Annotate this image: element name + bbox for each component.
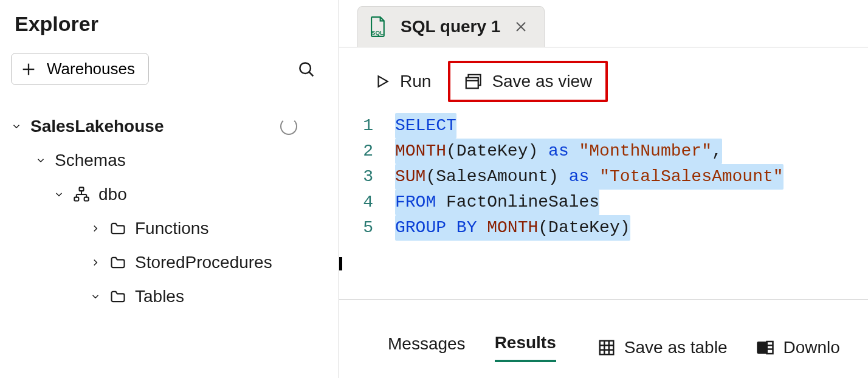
chevron-down-icon (11, 121, 22, 132)
tree-storedprocs-node[interactable]: StoredProcedures (11, 246, 328, 280)
svg-point-2 (300, 63, 311, 74)
save-as-view-button[interactable]: Save as view (448, 61, 608, 102)
code-token: MONTH (395, 142, 446, 160)
sql-file-icon: SQL (369, 16, 387, 37)
chevron-down-icon (53, 189, 64, 200)
chevron-down-icon (35, 155, 46, 166)
code-token: ( (538, 218, 548, 237)
code-token: ) (528, 142, 538, 160)
chevron-down-icon (90, 291, 101, 302)
schema-label: dbo (98, 185, 127, 204)
schema-icon (73, 186, 90, 203)
explorer-toolbar: Warehouses (11, 53, 328, 85)
close-icon[interactable] (514, 19, 528, 34)
sql-editor[interactable]: 1 2 3 4 5 SELECT MONTH(DateKey) as "Mont… (339, 112, 868, 259)
code-token: ( (425, 167, 436, 186)
line-number: 2 (339, 139, 373, 164)
code-token: "MonthNumber" (579, 142, 712, 160)
chevron-right-icon (90, 257, 101, 268)
editor-toolbar: Run Save as view (339, 47, 868, 112)
table-icon (598, 338, 616, 357)
functions-label: Functions (135, 219, 208, 238)
chevron-right-icon (90, 223, 101, 234)
download-excel-button[interactable]: X Downlo (756, 338, 839, 357)
code-token: SUM (395, 167, 425, 186)
svg-rect-4 (80, 187, 84, 191)
object-tree: SalesLakehouse Schemas dbo Functions (11, 109, 328, 314)
code-token: ) (548, 167, 559, 186)
code-token: SELECT (395, 116, 456, 135)
svg-text:SQL: SQL (371, 29, 384, 36)
folder-icon (109, 288, 126, 305)
excel-icon: X (756, 338, 774, 357)
code-token: as (569, 167, 590, 186)
tables-label: Tables (135, 287, 184, 306)
explorer-panel: Explorer Warehouses SalesLakehouse Schem… (0, 0, 339, 378)
folder-icon (109, 254, 126, 271)
results-toolbar: Messages Results Save as table X Downlo (339, 299, 868, 378)
storedprocs-label: StoredProcedures (135, 253, 272, 272)
tab-label: SQL query 1 (401, 17, 500, 36)
svg-rect-5 (74, 198, 78, 201)
download-label: Downlo (783, 338, 839, 357)
search-icon[interactable] (297, 60, 315, 78)
editor-panel: SQL SQL query 1 Run Save as view 1 2 3 4 (339, 0, 868, 378)
tree-functions-node[interactable]: Functions (11, 211, 328, 246)
add-warehouse-button[interactable]: Warehouses (11, 53, 149, 85)
code-token: "TotalSalesAmount" (599, 167, 783, 186)
code-token: DateKey (548, 218, 620, 237)
warehouse-label: SalesLakehouse (30, 117, 164, 136)
tab-results[interactable]: Results (495, 333, 556, 362)
pane-splitter[interactable] (339, 259, 868, 261)
tree-warehouse-node[interactable]: SalesLakehouse (11, 109, 328, 143)
svg-rect-6 (84, 198, 89, 201)
line-number: 4 (339, 190, 373, 215)
svg-rect-24 (767, 342, 773, 354)
code-token: as (548, 142, 569, 160)
code-token: SalesAmount (436, 167, 548, 186)
tab-messages[interactable]: Messages (388, 334, 466, 361)
play-icon (374, 74, 390, 89)
svg-rect-17 (600, 340, 614, 354)
code-token: FROM (395, 193, 436, 211)
code-token: BY (456, 218, 477, 237)
code-token: ( (446, 142, 456, 160)
tabstrip: SQL SQL query 1 (339, 0, 868, 47)
loading-spinner-icon (280, 118, 297, 135)
tree-schemas-node[interactable]: Schemas (11, 143, 328, 177)
explorer-title: Explorer (11, 12, 328, 36)
tree-tables-node[interactable]: Tables (11, 280, 328, 314)
code-token: , (712, 142, 722, 160)
save-view-icon (464, 72, 482, 91)
code-token: MONTH (487, 218, 538, 237)
line-number: 5 (339, 215, 373, 241)
code-token: GROUP (395, 218, 446, 237)
folder-icon (109, 220, 126, 237)
save-as-table-label: Save as table (624, 338, 728, 357)
schemas-label: Schemas (55, 151, 126, 170)
save-as-view-label: Save as view (492, 72, 592, 91)
add-warehouse-label: Warehouses (47, 60, 135, 78)
line-gutter: 1 2 3 4 5 (339, 113, 395, 241)
code-token: ) (620, 218, 630, 237)
svg-marker-14 (379, 76, 388, 86)
tree-schema-dbo[interactable]: dbo (11, 177, 328, 211)
svg-rect-15 (466, 78, 478, 89)
svg-line-3 (309, 72, 314, 76)
save-as-table-button[interactable]: Save as table (598, 338, 728, 357)
tab-sql-query[interactable]: SQL SQL query 1 (357, 6, 545, 47)
code-content[interactable]: SELECT MONTH(DateKey) as "MonthNumber", … (395, 113, 868, 241)
code-token: DateKey (456, 142, 528, 160)
run-label: Run (400, 72, 431, 91)
svg-text:X: X (760, 344, 765, 352)
line-number: 1 (339, 113, 373, 139)
run-button[interactable]: Run (363, 67, 442, 96)
code-token: FactOnlineSales (446, 193, 599, 211)
plus-icon (20, 61, 37, 78)
line-number: 3 (339, 164, 373, 190)
